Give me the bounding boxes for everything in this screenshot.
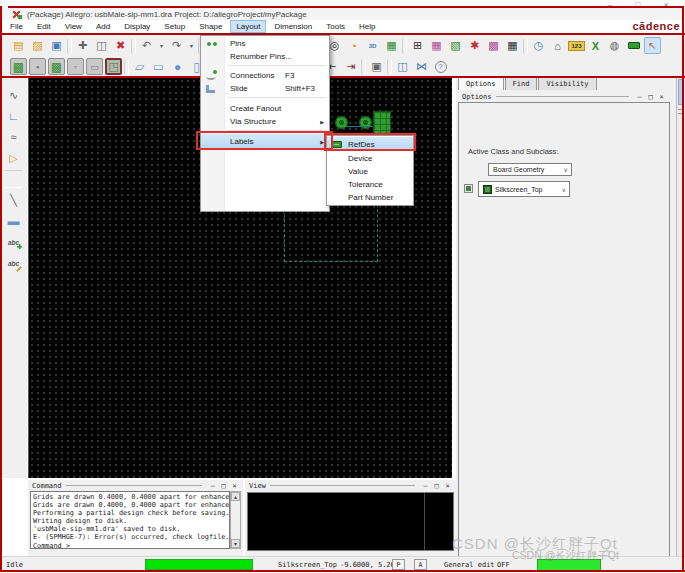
window-title: (Package) Allegro: usbMale-sip-mm1.dra P… <box>27 10 307 19</box>
menu-item-create-fanout[interactable]: Create Fanout <box>201 102 329 115</box>
footprint-view-button-5[interactable]: ▭ <box>86 58 103 75</box>
submenu-item-part-number[interactable]: Part Number <box>327 191 413 204</box>
submenu-item-value[interactable]: Value <box>327 165 413 178</box>
menu-add[interactable]: Add <box>90 20 116 33</box>
shadow-mode-button[interactable]: ▦ <box>504 37 521 54</box>
shape-polygon-button[interactable]: ▱ <box>131 58 148 75</box>
pane-rule <box>66 485 202 486</box>
refdes-chip-button[interactable] <box>625 37 642 54</box>
subclass-dropdown[interactable]: Silkscreen_Top ∨ <box>478 181 570 197</box>
save-button[interactable]: ▣ <box>48 37 65 54</box>
world-view-button[interactable]: ◍ <box>606 37 623 54</box>
line-tool[interactable]: ╲ <box>4 191 23 209</box>
snapshot-button[interactable]: ▣ <box>368 58 385 75</box>
redo-button[interactable]: ↷ <box>168 37 185 54</box>
swap-layers-button[interactable]: ▧ <box>447 37 464 54</box>
scroll-up-icon[interactable]: ▴ <box>231 492 240 501</box>
color-dialog-button[interactable]: ▦ <box>428 37 445 54</box>
help-button[interactable]: ? <box>432 58 449 75</box>
add-text-tool[interactable]: abc <box>4 233 23 251</box>
pane-minimize-button[interactable]: – <box>635 93 644 101</box>
move-button[interactable]: ✚ <box>74 37 91 54</box>
add-connect-tool[interactable]: ∿ <box>4 86 23 104</box>
submenu-item-refdes[interactable]: RefDes <box>327 137 413 151</box>
redraw-button[interactable]: ◔ <box>345 37 362 54</box>
class-dropdown[interactable]: Board Geometry ∨ <box>488 163 572 176</box>
scroll-down-icon[interactable]: ▾ <box>231 539 240 548</box>
tab-options[interactable]: Options <box>458 77 504 90</box>
status-drc: OFF <box>497 561 510 569</box>
menu-item-connections[interactable]: Connections F3 <box>201 69 329 82</box>
slide-tool[interactable]: ∟ <box>4 107 23 125</box>
menu-setup[interactable]: Setup <box>158 20 191 33</box>
view-float-button[interactable]: □ <box>432 482 441 490</box>
undo-button[interactable]: ↶ <box>138 37 155 54</box>
derating-button[interactable]: ▩ <box>485 37 502 54</box>
waive-drc-button[interactable]: X <box>587 37 604 54</box>
submenu-item-device[interactable]: Device <box>327 152 413 165</box>
view-canvas[interactable] <box>247 492 454 551</box>
status-dialog-button[interactable]: ⌂ <box>549 37 566 54</box>
submenu-item-tolerance[interactable]: Tolerance <box>327 178 413 191</box>
command-scrollbar[interactable]: ▴ ▾ <box>230 491 241 549</box>
tab-visibility[interactable]: Visibility <box>538 77 596 90</box>
copy-view-button[interactable]: ◫ <box>394 58 411 75</box>
footprint-view-button-2[interactable]: ▪ <box>29 58 46 75</box>
status-progress-bar <box>145 559 253 570</box>
command-log[interactable]: Grids are drawn 0.4000, 0.4000 apart for… <box>30 491 230 549</box>
menu-item-labels[interactable]: Labels ▶ <box>201 134 329 149</box>
edit-text-tool[interactable]: abc <box>4 254 23 272</box>
menu-help[interactable]: Help <box>353 20 381 33</box>
measure-button[interactable]: 123 <box>568 37 585 54</box>
menu-file[interactable]: File <box>4 20 29 33</box>
menu-view[interactable]: View <box>59 20 88 33</box>
command-minimize-button[interactable]: – <box>208 482 217 490</box>
command-float-button[interactable]: □ <box>219 482 228 490</box>
csdn-watermark-overlap: CSDN @长沙红胖子Qt <box>512 549 680 563</box>
rectangle-tool[interactable]: ▬ <box>4 212 23 230</box>
menu-edit[interactable]: Edit <box>31 20 57 33</box>
menu-display[interactable]: Display <box>118 20 156 33</box>
board-symbol-button[interactable]: ▦ <box>383 37 400 54</box>
custom-smooth-tool[interactable]: ≈ <box>4 128 23 146</box>
footprint-view-button-6[interactable]: ◳ <box>105 58 122 75</box>
flip-design-button[interactable]: ⋈ <box>413 58 430 75</box>
clock-button[interactable]: ◷ <box>530 37 547 54</box>
shape-rect-button[interactable]: ▭ <box>150 58 167 75</box>
menu-item-slide[interactable]: Slide Shift+F3 <box>201 82 329 95</box>
pane-close-button[interactable]: × <box>657 93 666 101</box>
highlight-button[interactable]: ✱ <box>466 37 483 54</box>
menu-item-via-structure[interactable]: Via Structure ▶ <box>201 115 329 128</box>
menu-dimension[interactable]: Dimension <box>268 20 318 33</box>
menu-item-renumber-pins[interactable]: Renumber Pins... <box>201 50 329 63</box>
pane-float-button[interactable]: □ <box>646 93 655 101</box>
view-minimize-button[interactable]: – <box>421 482 430 490</box>
dimension-horizontal-button[interactable]: ⇥ <box>342 58 359 75</box>
command-close-button[interactable]: × <box>230 482 239 490</box>
new-file-button[interactable]: ▤ <box>10 37 27 54</box>
pick-button[interactable]: P <box>392 559 405 570</box>
open-file-button[interactable]: ▨ <box>29 37 46 54</box>
menu-layout[interactable]: Layout <box>230 20 266 33</box>
grid-toggle-button[interactable]: ⊞ <box>409 37 426 54</box>
menu-shape[interactable]: Shape <box>193 20 228 33</box>
tab-find[interactable]: Find <box>505 77 538 90</box>
undo-dropdown[interactable]: ▾ <box>157 37 166 54</box>
application-mode-button[interactable]: A <box>414 559 427 570</box>
redo-dropdown[interactable]: ▾ <box>187 37 196 54</box>
copy-button[interactable]: ◫ <box>93 37 110 54</box>
menu-item-pins[interactable]: Pins <box>201 37 329 50</box>
command-line: 'usbMale-sip-mm1.dra' saved to disk. <box>33 525 227 533</box>
view-close-button[interactable]: × <box>443 482 452 490</box>
delay-tune-tool[interactable]: ▷ <box>4 149 23 167</box>
footprint-view-button-4[interactable]: ▫ <box>67 58 84 75</box>
footprint-view-button-1[interactable]: ▩ <box>10 58 27 75</box>
footprint-view-button-3[interactable]: ▩ <box>48 58 65 75</box>
command-line: E- (SPMHGE-7): Error(s) occurred, check … <box>33 533 227 541</box>
shape-circle-button[interactable]: ● <box>169 58 186 75</box>
label-tool-button[interactable]: ↖ <box>644 37 661 54</box>
subclass-checkbox[interactable] <box>464 184 473 193</box>
delete-button[interactable]: ✖ <box>112 37 129 54</box>
menu-tools[interactable]: Tools <box>320 20 351 33</box>
view-3d-button[interactable]: 3D <box>364 37 381 54</box>
